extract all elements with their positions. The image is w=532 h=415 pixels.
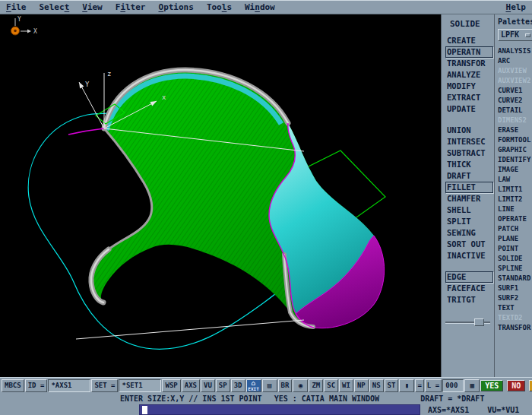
toolbar-button-wi[interactable]: WI <box>339 379 353 392</box>
shaded-view-icon[interactable]: ◉ <box>293 379 308 392</box>
toolbar-button-zm[interactable]: ZM <box>309 379 323 392</box>
panel-slider[interactable] <box>445 318 490 327</box>
solide-item-split[interactable]: SPLIT <box>445 216 493 227</box>
keypad-icon[interactable]: ▦ <box>464 379 480 392</box>
palette-item-patch[interactable]: PATCH <box>498 224 532 234</box>
palette-item-detail[interactable]: DETAIL <box>498 106 532 116</box>
toolbar-button-set-[interactable]: SET = <box>91 379 118 392</box>
command-input[interactable] <box>139 404 420 415</box>
solide-item-thick[interactable]: THICK <box>445 159 493 170</box>
palette-item-solide[interactable]: SOLIDE <box>498 254 532 264</box>
solide-item-sewing[interactable]: SEWING <box>445 227 493 239</box>
palettes-dropdown[interactable]: LPFK <box>498 29 532 41</box>
solide-item-extract[interactable]: EXTRACT <box>445 92 493 103</box>
palette-item-limit2[interactable]: LIMIT2 <box>498 195 532 204</box>
palette-item-transfor[interactable]: TRANSFOR <box>498 323 532 333</box>
palette-item-plane[interactable]: PLANE <box>498 234 532 244</box>
solide-item-draft[interactable]: DRAFT <box>445 170 493 182</box>
toolbar-button-vu[interactable]: VU <box>201 379 215 392</box>
solide-item-sort-out[interactable]: SORT OUT <box>445 239 493 250</box>
menu-file[interactable]: File <box>6 2 27 12</box>
palette-item-auxview2[interactable]: AUXVIEW2 <box>498 76 532 86</box>
printer-icon[interactable]: ▤ <box>262 379 277 392</box>
menu-select[interactable]: Select <box>40 2 70 12</box>
pen-icon: ▮ <box>405 382 409 389</box>
menu-view[interactable]: View <box>82 2 103 12</box>
answer-button-int[interactable]: INT <box>529 380 532 391</box>
solide-item-transfor[interactable]: TRANSFOR <box>445 58 493 69</box>
solide-item-chamfer[interactable]: CHAMFER <box>445 193 493 204</box>
toolbar-button--axs1[interactable]: *AXS1 <box>48 379 90 392</box>
pen-icon[interactable]: ▮ <box>399 379 414 392</box>
toolbar-button-wsp[interactable]: WSP <box>162 379 180 392</box>
palette-item-image[interactable]: IMAGE <box>498 165 532 175</box>
menu-help[interactable]: Help <box>506 2 527 12</box>
solide-item-tritgt[interactable]: TRITGT <box>445 294 493 306</box>
viewport-canvas[interactable]: z Y x Y X <box>0 14 441 377</box>
answer-button-yes[interactable]: YES <box>480 380 503 391</box>
menu-options[interactable]: Options <box>159 2 194 12</box>
toolbar-button--[interactable]: = <box>415 379 423 392</box>
solide-item-operatn[interactable]: OPERATN <box>445 46 493 58</box>
palette-item-arc[interactable]: ARC <box>498 56 532 66</box>
palette-item-textd2[interactable]: TEXTD2 <box>498 313 532 323</box>
palette-item-line[interactable]: LINE <box>498 204 532 214</box>
status-bar: ENTER SIZE:X,Y // INS 1ST POINT YES : CA… <box>0 393 532 404</box>
solide-item-shell[interactable]: SHELL <box>445 204 493 216</box>
toolbar-button--set1[interactable]: *SET1 <box>119 379 161 392</box>
parting-line-curve[interactable] <box>68 128 104 135</box>
axis-y-line <box>79 82 104 128</box>
axis-z-label: z <box>107 70 111 78</box>
palette-item-surf2[interactable]: SURF2 <box>498 293 532 303</box>
toolbar-button-br[interactable]: BR <box>278 379 293 392</box>
palette-item-dimens2[interactable]: DIMENS2 <box>498 116 532 125</box>
palette-item-erase[interactable]: ERASE <box>498 125 532 135</box>
toolbar-button-3d[interactable]: 3D <box>231 379 245 392</box>
solide-item-faceface[interactable]: FACEFACE <box>445 283 493 294</box>
palette-item-limit1[interactable]: LIMIT1 <box>498 185 532 195</box>
menu-tools[interactable]: Tools <box>207 2 232 12</box>
toolbar-button-np[interactable]: NP <box>354 379 369 392</box>
toolbar-button-l-[interactable]: L = <box>425 379 442 392</box>
toolbar-button-sc[interactable]: SC <box>324 379 338 392</box>
solide-item-union[interactable]: UNION <box>445 125 493 136</box>
printer-icon: ▤ <box>268 382 271 389</box>
panel-slider-handle[interactable] <box>474 318 484 326</box>
solide-item-analyze[interactable]: ANALYZE <box>445 69 493 81</box>
palette-item-curve2[interactable]: CURVE2 <box>498 96 532 106</box>
toolbar-button-id-[interactable]: ID = <box>25 379 48 392</box>
solide-item-intersec[interactable]: INTERSEC <box>445 136 493 147</box>
toolbar-button-ns[interactable]: NS <box>369 379 384 392</box>
toolbar-button-000[interactable]: 000 <box>442 379 464 392</box>
axis-y-arrowhead <box>79 82 84 88</box>
palette-item-spline[interactable]: SPLINE <box>498 264 532 274</box>
solide-group-3: EDGEFACEFACETRITGT <box>445 271 493 306</box>
menu-window[interactable]: Window <box>245 2 275 12</box>
palette-item-operate[interactable]: OPERATE <box>498 214 532 224</box>
palette-item-identify[interactable]: IDENTIFY <box>498 155 532 165</box>
exit-icon[interactable]: ⌂EXIT <box>246 379 261 392</box>
palette-item-analysis[interactable]: ANALYSIS <box>498 46 532 56</box>
solide-item-create[interactable]: CREATE <box>445 35 493 46</box>
solide-item-modify[interactable]: MODIFY <box>445 81 493 92</box>
palette-item-surf1[interactable]: SURF1 <box>498 284 532 293</box>
menu-filter[interactable]: Filter <box>116 2 146 12</box>
solide-item-subtract[interactable]: SUBTRACT <box>445 147 493 159</box>
solide-item-update[interactable]: UPDATE <box>445 103 493 115</box>
solide-item-inactive[interactable]: INACTIVE <box>445 250 493 261</box>
palette-item-law[interactable]: LAW <box>498 175 532 185</box>
palette-item-point[interactable]: POINT <box>498 244 532 254</box>
palette-item-formtool[interactable]: FORMTOOL <box>498 135 532 145</box>
palette-item-curve1[interactable]: CURVE1 <box>498 86 532 96</box>
palette-item-text[interactable]: TEXT <box>498 303 532 313</box>
toolbar-button-axs[interactable]: AXS <box>182 379 200 392</box>
palette-item-auxview[interactable]: AUXVIEW <box>498 66 532 76</box>
answer-button-no[interactable]: NO <box>507 380 525 391</box>
palette-item-graphic[interactable]: GRAPHIC <box>498 145 532 155</box>
solide-item-edge[interactable]: EDGE <box>445 271 493 283</box>
solide-item-fillet[interactable]: FILLET <box>445 182 493 193</box>
palette-item-standard[interactable]: STANDARD <box>498 274 532 284</box>
toolbar-button-sp[interactable]: SP <box>216 379 230 392</box>
toolbar-button-mbcs[interactable]: MBCS <box>2 379 24 392</box>
toolbar-button-st[interactable]: ST <box>385 379 399 392</box>
